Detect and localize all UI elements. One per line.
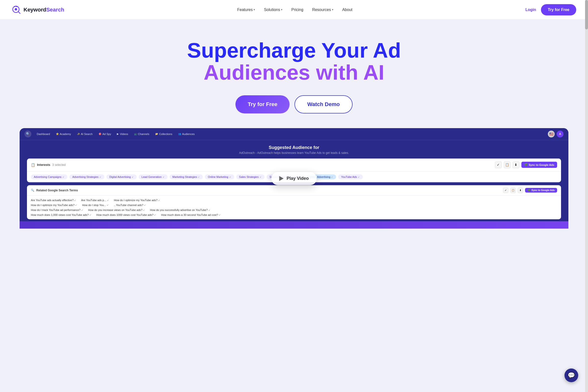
list-item[interactable]: Are YouTube ads p... ↙: [81, 199, 109, 202]
list-item[interactable]: How do I optimize my YouTube ads? ↙: [31, 204, 77, 206]
list-item[interactable]: How much does 1000 views cost YouTube ad…: [96, 214, 156, 216]
related-sync-button[interactable]: 🌿 Sync to Google Ads: [525, 188, 557, 192]
app-preview: 🔍 Dashboard ⭐ Academy ✨ AI Search 🎯 Ad S…: [20, 128, 568, 221]
list-item[interactable]: Are YouTube ads actually effective? ↙: [31, 199, 76, 202]
chevron-down-icon: ▾: [281, 8, 282, 11]
app-nav-dashboard[interactable]: Dashboard: [34, 131, 52, 137]
interests-icon: 📋: [31, 163, 35, 167]
download-button[interactable]: ⬇: [512, 162, 520, 168]
app-nav-collections[interactable]: 📁 Collections: [153, 131, 175, 137]
svg-line-2: [18, 12, 20, 14]
sync-google-ads-button[interactable]: 🌿 Sync to Google Ads: [521, 162, 557, 168]
related-row: How much does 1,000 views cost YouTube a…: [31, 212, 557, 217]
related-download-button[interactable]: ⬇: [518, 188, 523, 193]
tag-youtube-ads[interactable]: YouTube Ads ↙: [338, 174, 363, 179]
list-item[interactable]: ...YouTube channel ads? ↙: [114, 204, 146, 206]
search-icon: 🔍: [31, 189, 34, 192]
hero-buttons: Try for Free Watch Demo: [5, 95, 583, 114]
copy-button[interactable]: 📋: [504, 162, 510, 168]
app-nav-channels[interactable]: 📺 Channels: [132, 131, 152, 137]
navbar: KeywordSearch Features ▾ Solutions ▾ Pri…: [0, 0, 588, 20]
svg-point-1: [15, 8, 17, 10]
hero-demo-button[interactable]: Watch Demo: [294, 95, 352, 114]
list-item[interactable]: How much does a 30 second YouTube ad cos…: [161, 214, 221, 216]
tag-arrow-icon: ↙: [229, 176, 231, 178]
related-copy-button[interactable]: 📋: [510, 188, 516, 193]
tag-arrow-icon: ↙: [198, 176, 200, 178]
hero-try-button[interactable]: Try for Free: [236, 95, 290, 114]
related-check-button[interactable]: ✓: [503, 188, 508, 193]
nav-actions: Login Try for Free: [525, 4, 576, 16]
hero-section: Supercharge Your Ad Audiences with AI Tr…: [0, 20, 588, 228]
app-suggested-sub: AdOutreach - AdOutreach helps businesses…: [27, 151, 561, 154]
tag-arrow-icon: ↙: [62, 176, 64, 178]
app-suggested-title: Suggested Audience for: [27, 145, 561, 150]
app-nav-audiences[interactable]: 👥 Audiences: [176, 131, 197, 137]
tag-arrow-icon: ↙: [331, 176, 333, 178]
app-nav-ad-spy[interactable]: 🎯 Ad Spy: [96, 131, 114, 137]
app-nav-academy[interactable]: ⭐ Academy: [54, 131, 74, 137]
chat-icon: 💬: [568, 372, 575, 379]
tag-arrow-icon: ↙: [260, 176, 262, 178]
list-item[interactable]: How do I stop You... ↙: [82, 204, 109, 206]
related-row: How do I optimize my YouTube ads? ↙ How …: [31, 202, 557, 208]
app-nav-ai-search[interactable]: ✨ AI Search: [74, 131, 95, 137]
login-button[interactable]: Login: [525, 8, 536, 12]
tag-arrow-icon: ↙: [358, 176, 360, 178]
play-label: Play Video: [287, 176, 309, 181]
list-item[interactable]: How much does 1,000 views cost YouTube a…: [31, 214, 92, 216]
related-row: How do I track YouTube ad performance? ↙…: [31, 208, 557, 212]
logo[interactable]: KeywordSearch: [12, 5, 64, 14]
interests-count: 3 selected: [52, 163, 66, 166]
logo-icon: [12, 5, 21, 14]
list-item[interactable]: How do I optimize my YouTube ads? ↙: [114, 199, 160, 202]
related-items: Are YouTube ads actually effective? ↙ Ar…: [27, 196, 561, 219]
nav-pricing[interactable]: Pricing: [291, 8, 303, 12]
tag-arrow-icon: ↙: [132, 176, 134, 178]
chevron-down-icon: ▾: [332, 8, 334, 11]
check-button[interactable]: ✓: [495, 162, 502, 168]
app-navbar: 🔍 Dashboard ⭐ Academy ✨ AI Search 🎯 Ad S…: [20, 128, 568, 140]
play-video-button[interactable]: Play Video: [272, 172, 317, 185]
app-avatar: A: [557, 130, 564, 138]
related-row: Are YouTube ads actually effective? ↙ Ar…: [31, 198, 557, 202]
list-item[interactable]: How do I track YouTube ad performance? ↙: [31, 208, 83, 212]
tag-sales-strategies[interactable]: Sales Strategies ↙: [236, 174, 264, 179]
tag-arrow-icon: ↙: [163, 176, 165, 178]
tag-advertising-campaigns[interactable]: Advertising Campaigns ↙: [31, 174, 68, 179]
tag-advertising-strategies[interactable]: Advertising Strategies ↙: [69, 174, 104, 179]
audience-header: 📋 Interests 3 selected ✓ 📋 ⬇ 🌿 Sync to G…: [27, 158, 561, 172]
nav-resources[interactable]: Resources ▾: [312, 8, 333, 12]
nav-links: Features ▾ Solutions ▾ Pricing Resources…: [237, 8, 352, 12]
tag-digital-advertising[interactable]: Digital Advertising ↙: [106, 174, 136, 179]
tag-lead-generation[interactable]: Lead Generation ↙: [139, 174, 168, 179]
play-icon: [279, 176, 284, 181]
scrollbar[interactable]: [585, 0, 588, 392]
tag-arrow-icon: ↙: [100, 176, 102, 178]
nav-features[interactable]: Features ▾: [237, 8, 255, 12]
bottom-gradient-bar: [20, 221, 568, 228]
app-flag-icon: 🇺🇸: [548, 130, 555, 138]
interests-label: Interests: [37, 163, 50, 166]
scrollbar-thumb[interactable]: [585, 0, 588, 30]
list-item[interactable]: How do you successfully advertise on You…: [150, 208, 210, 212]
list-item[interactable]: How do you increase views on YouTube ads…: [88, 208, 145, 212]
tag-marketing-strategies[interactable]: Marketing Strategies ↙: [170, 174, 203, 179]
tag-online-marketing[interactable]: Online Marketing ↙: [205, 174, 234, 179]
nav-about[interactable]: About: [342, 8, 352, 12]
chevron-down-icon: ▾: [254, 8, 255, 11]
logo-text: KeywordSearch: [24, 6, 64, 13]
nav-solutions[interactable]: Solutions ▾: [264, 8, 282, 12]
app-search-icon[interactable]: 🔍: [24, 130, 31, 138]
hero-title: Supercharge Your Ad Audiences with AI: [184, 39, 404, 84]
related-searches-panel: 🔍 Related Google Search Terms ✓ 📋 ⬇ 🌿 Sy…: [27, 185, 561, 219]
app-nav-videos[interactable]: ▶ Videos: [114, 131, 130, 137]
related-header: 🔍 Related Google Search Terms ✓ 📋 ⬇ 🌿 Sy…: [27, 185, 561, 196]
chat-bubble-button[interactable]: 💬: [564, 368, 578, 382]
try-for-free-button[interactable]: Try for Free: [541, 4, 576, 16]
related-title: Related Google Search Terms: [36, 189, 78, 192]
